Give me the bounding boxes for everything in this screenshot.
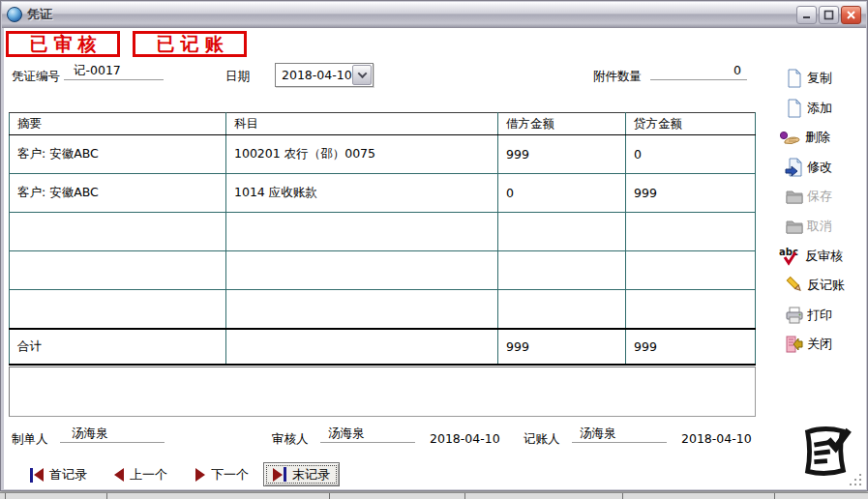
cell-account[interactable]: 100201 农行（邵）0075 xyxy=(226,135,498,174)
document-arrow-icon xyxy=(785,158,804,177)
cell-debit[interactable] xyxy=(498,251,626,290)
maximize-icon xyxy=(823,10,834,20)
total-credit: 999 xyxy=(626,329,756,365)
bookkeeper-label: 记账人 xyxy=(524,431,560,448)
background-window-strip xyxy=(0,492,868,499)
toolbar: 复制 添加 删除 xyxy=(779,68,862,355)
folder-icon xyxy=(785,217,804,236)
unpost-button[interactable]: 反记账 xyxy=(779,275,862,296)
maximize-button[interactable] xyxy=(819,6,839,24)
voucher-no-label: 凭证编号 xyxy=(12,69,60,85)
close-icon xyxy=(846,10,856,20)
unapprove-button[interactable]: abc 反审核 xyxy=(779,246,862,267)
cancel-button[interactable]: 取消 xyxy=(779,216,862,237)
date-combobox[interactable]: 2018-04-10 xyxy=(275,63,374,87)
client-area: 已审核 已记账 凭证编号 记-0017 日期 2018-04-10 附件数量 0… xyxy=(4,28,866,489)
nav-first-record[interactable]: 首记录 xyxy=(30,466,87,484)
cell-credit[interactable] xyxy=(626,290,756,329)
date-value: 2018-04-10 xyxy=(276,68,352,82)
remarks-box[interactable] xyxy=(9,367,756,417)
screen: 凭证 已审核 已记账 凭证编号 记-0017 日期 xyxy=(0,0,868,499)
preparer-field[interactable]: 汤海泉 xyxy=(60,426,165,443)
minimize-button[interactable] xyxy=(796,6,817,24)
resize-grip[interactable] xyxy=(849,473,861,485)
cell-account[interactable] xyxy=(226,213,498,251)
add-button[interactable]: 添加 xyxy=(779,98,862,119)
pencil-icon xyxy=(785,276,804,295)
cell-summary[interactable]: 客户: 安徽ABC xyxy=(10,135,226,174)
modify-button[interactable]: 修改 xyxy=(779,157,862,178)
cell-summary[interactable] xyxy=(10,290,226,329)
voucher-no-field[interactable]: 记-0017 xyxy=(64,63,164,80)
table-row xyxy=(10,290,756,329)
svg-text:abc: abc xyxy=(779,247,798,257)
table-row: 客户: 安徽ABC 1014 应收账款 0 999 xyxy=(10,174,756,213)
cell-credit[interactable]: 999 xyxy=(626,174,756,213)
header-debit: 借方金额 xyxy=(498,113,626,135)
exit-icon xyxy=(785,335,804,354)
cell-account[interactable]: 1014 应收账款 xyxy=(226,174,498,213)
table-row xyxy=(10,213,756,251)
hand-delete-icon xyxy=(779,128,802,147)
cell-summary[interactable] xyxy=(10,213,226,251)
cell-account[interactable] xyxy=(226,251,498,290)
cell-credit[interactable] xyxy=(626,251,756,290)
cell-summary[interactable] xyxy=(10,251,226,290)
cell-summary[interactable]: 客户: 安徽ABC xyxy=(10,174,226,213)
header-account: 科目 xyxy=(226,113,498,135)
nav-previous-record[interactable]: 上一个 xyxy=(114,466,167,484)
cell-debit[interactable]: 999 xyxy=(498,135,626,174)
app-globe-icon xyxy=(7,7,22,22)
table-row xyxy=(10,251,756,290)
bookkeeper-date: 2018-04-10 xyxy=(681,431,752,446)
reviewer-date: 2018-04-10 xyxy=(430,431,500,446)
document-icon xyxy=(785,69,804,88)
copy-button[interactable]: 复制 xyxy=(779,68,862,89)
stamp-posted: 已记账 xyxy=(133,31,247,57)
date-dropdown-button[interactable] xyxy=(352,65,372,85)
preparer-label: 制单人 xyxy=(12,431,48,448)
reviewer-label: 审核人 xyxy=(272,431,309,448)
save-button[interactable]: 保存 xyxy=(779,186,862,207)
voucher-window: 凭证 已审核 已记账 凭证编号 记-0017 日期 xyxy=(0,0,868,491)
cell-debit[interactable]: 0 xyxy=(498,174,626,213)
header-summary: 摘要 xyxy=(10,113,226,135)
entries-grid: 摘要 科目 借方金额 贷方金额 客户: 安徽ABC 100201 农行（邵）00… xyxy=(9,112,756,366)
nav-next-record[interactable]: 下一个 xyxy=(195,466,249,484)
cell-credit[interactable] xyxy=(626,213,756,251)
check-document-icon xyxy=(797,424,853,480)
previous-record-icon xyxy=(114,468,124,482)
stamp-approved: 已审核 xyxy=(6,31,120,57)
total-blank xyxy=(226,329,498,365)
abc-check-icon: abc xyxy=(779,247,802,266)
reviewer-field[interactable]: 汤海泉 xyxy=(320,426,415,443)
total-label: 合计 xyxy=(10,329,226,365)
titlebar[interactable]: 凭证 xyxy=(2,2,866,28)
bookkeeper-field[interactable]: 汤海泉 xyxy=(572,426,667,443)
chevron-down-icon xyxy=(357,69,367,78)
cell-account[interactable] xyxy=(226,290,498,329)
nav-last-record-button[interactable]: 末记录 xyxy=(263,462,340,486)
print-button[interactable]: 打印 xyxy=(779,305,862,326)
table-row: 客户: 安徽ABC 100201 农行（邵）0075 999 0 xyxy=(10,135,756,174)
nav-last-label: 末记录 xyxy=(292,466,330,484)
document-icon xyxy=(785,99,804,118)
cell-debit[interactable] xyxy=(498,213,626,251)
first-record-icon xyxy=(30,468,44,483)
close-button[interactable] xyxy=(841,6,861,24)
grid-total-row: 合计 999 999 xyxy=(10,329,756,365)
window-title: 凭证 xyxy=(27,6,52,23)
attachment-field[interactable]: 0 xyxy=(650,63,747,80)
close-window-button[interactable]: 关闭 xyxy=(779,334,862,355)
attachment-label: 附件数量 xyxy=(593,69,642,85)
nav-prev-label: 上一个 xyxy=(130,466,167,484)
cell-credit[interactable]: 0 xyxy=(626,135,756,174)
date-label: 日期 xyxy=(225,69,250,85)
next-record-icon xyxy=(195,468,205,482)
cell-debit[interactable] xyxy=(498,290,626,329)
nav-first-label: 首记录 xyxy=(49,466,87,484)
delete-button[interactable]: 删除 xyxy=(779,127,862,148)
printer-icon xyxy=(785,306,804,325)
total-debit: 999 xyxy=(498,329,626,365)
header-credit: 贷方金额 xyxy=(626,113,756,135)
